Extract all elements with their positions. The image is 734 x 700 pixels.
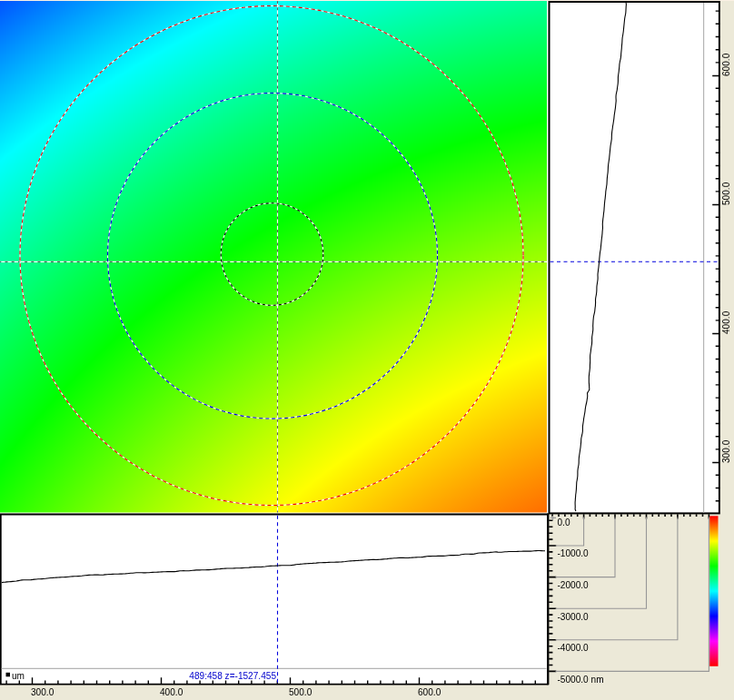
svg-text:500.0: 500.0: [289, 687, 312, 697]
svg-text:-1000.0: -1000.0: [558, 548, 590, 558]
svg-text:-4000.0: -4000.0: [558, 643, 590, 653]
svg-text:300.0: 300.0: [31, 687, 55, 697]
svg-text:489:458 z=-1527.455: 489:458 z=-1527.455: [189, 671, 276, 681]
svg-text:400.0: 400.0: [160, 687, 184, 697]
svg-text:600.0: 600.0: [721, 53, 731, 76]
svg-text:-5000.0 nm: -5000.0 nm: [558, 675, 604, 685]
svg-text:0.0: 0.0: [558, 518, 570, 527]
svg-text:600.0: 600.0: [418, 687, 441, 697]
svg-text:500.0: 500.0: [721, 182, 731, 205]
svg-text:-2000.0: -2000.0: [558, 580, 590, 590]
svg-text:-3000.0: -3000.0: [558, 612, 590, 622]
svg-text:um: um: [12, 671, 25, 681]
svg-text:300.0: 300.0: [721, 439, 731, 463]
svg-text:400.0: 400.0: [721, 311, 731, 334]
